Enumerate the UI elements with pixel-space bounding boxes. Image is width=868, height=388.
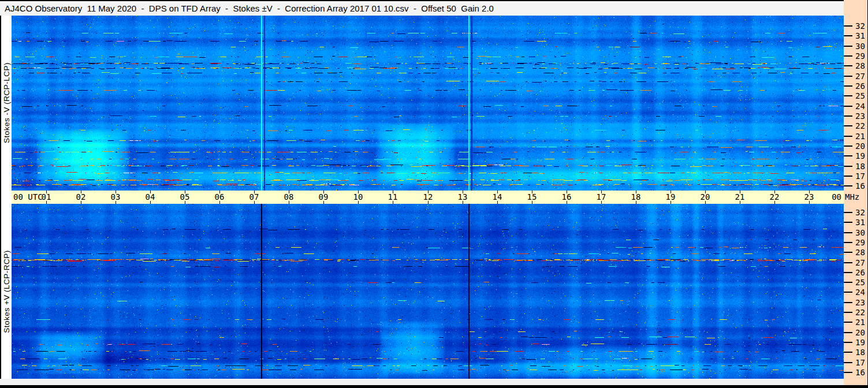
freq-label: 25 xyxy=(855,92,865,100)
freq-label: 21 xyxy=(855,318,865,327)
freq-tick xyxy=(844,25,852,27)
freq-label: 31 xyxy=(855,32,865,40)
hour-label: 23 xyxy=(804,191,814,204)
frequency-unit-label: MHz xyxy=(845,193,859,202)
freq-tick xyxy=(844,115,852,117)
hour-label: 12 xyxy=(423,191,433,204)
hour-label: 18 xyxy=(631,191,641,204)
freq-label: 24 xyxy=(855,288,865,297)
hour-label: 09 xyxy=(319,191,329,204)
bottom-panel-ylabel: Stokes +V (LCP-RCP) xyxy=(2,250,11,333)
freq-label: 23 xyxy=(855,299,865,307)
freq-tick xyxy=(844,342,852,343)
freq-label: 16 xyxy=(855,368,865,377)
freq-tick xyxy=(844,176,852,177)
hour-label: 14 xyxy=(493,191,502,204)
freq-tick xyxy=(844,352,852,353)
freq-tick xyxy=(844,35,852,36)
hour-label: 05 xyxy=(180,191,190,204)
freq-label: 28 xyxy=(855,248,865,257)
hour-label: 03 xyxy=(111,191,121,204)
freq-tick xyxy=(844,262,852,263)
hour-label: 01 xyxy=(42,191,51,204)
freq-tick xyxy=(844,85,852,87)
hour-label: 15 xyxy=(527,191,537,204)
hour-label: 17 xyxy=(597,191,606,204)
freq-label: 16 xyxy=(855,182,865,191)
spectrogram-top-stokes-minus-v xyxy=(12,16,844,191)
freq-label: 27 xyxy=(855,72,865,81)
freq-label: 21 xyxy=(855,132,865,141)
freq-label: 20 xyxy=(855,142,865,151)
freq-label: 26 xyxy=(855,268,865,277)
time-axis: 00 UTC 00 010203040506070809101112131415… xyxy=(12,191,844,204)
freq-tick xyxy=(844,55,852,57)
time-label-start: 00 UTC xyxy=(13,191,43,204)
freq-label: 32 xyxy=(855,22,865,31)
freq-label: 17 xyxy=(855,172,865,181)
freq-tick xyxy=(844,242,852,243)
freq-label: 30 xyxy=(855,42,865,51)
freq-tick xyxy=(844,185,852,186)
freq-label: 19 xyxy=(855,152,865,161)
hour-label: 19 xyxy=(666,191,676,204)
frequency-axis-margin: MHz 323130292827262524232221201918171632… xyxy=(844,0,867,385)
freq-tick xyxy=(844,76,852,77)
freq-tick xyxy=(844,372,852,373)
freq-label: 19 xyxy=(855,338,865,347)
freq-label: 22 xyxy=(855,308,865,317)
freq-label: 18 xyxy=(855,348,865,357)
freq-tick xyxy=(844,222,852,223)
freq-tick xyxy=(844,155,852,156)
hour-label: 08 xyxy=(284,191,294,204)
freq-label: 24 xyxy=(855,102,865,111)
freq-tick xyxy=(844,65,852,66)
freq-tick xyxy=(844,166,852,167)
spectrogram-bottom-stokes-plus-v xyxy=(12,204,844,379)
freq-label: 29 xyxy=(855,52,865,61)
title-bar: AJ4CO Observatory 11 May 2020 - DPS on T… xyxy=(0,0,844,16)
freq-label: 32 xyxy=(855,208,865,217)
freq-label: 29 xyxy=(855,238,865,247)
hour-label: 13 xyxy=(458,191,468,204)
freq-tick xyxy=(844,252,852,253)
freq-label: 31 xyxy=(855,218,865,227)
freq-label: 18 xyxy=(855,162,865,171)
freq-label: 17 xyxy=(855,359,865,367)
freq-tick xyxy=(844,312,852,313)
freq-tick xyxy=(844,322,852,323)
freq-label: 25 xyxy=(855,278,865,287)
freq-tick xyxy=(844,302,852,303)
freq-tick xyxy=(844,146,852,147)
freq-tick xyxy=(844,106,852,107)
hour-label: 02 xyxy=(76,191,86,204)
freq-tick xyxy=(844,332,852,333)
freq-tick xyxy=(844,272,852,273)
hour-label: 21 xyxy=(735,191,745,204)
freq-label: 23 xyxy=(855,112,865,121)
freq-tick xyxy=(844,212,852,213)
app-window: AJ4CO Observatory 11 May 2020 - DPS on T… xyxy=(0,0,868,388)
freq-label: 20 xyxy=(855,329,865,337)
hour-label: 10 xyxy=(353,191,363,204)
freq-tick xyxy=(844,232,852,233)
freq-label: 27 xyxy=(855,259,865,267)
hour-label: 07 xyxy=(249,191,259,204)
bottom-margin xyxy=(0,379,844,385)
freq-label: 22 xyxy=(855,122,865,130)
hour-label: 11 xyxy=(388,191,398,204)
hour-label: 20 xyxy=(701,191,710,204)
freq-tick xyxy=(844,282,852,283)
freq-label: 28 xyxy=(855,62,865,70)
hour-label: 22 xyxy=(770,191,780,204)
window-title: AJ4CO Observatory 11 May 2020 - DPS on T… xyxy=(5,1,494,16)
freq-tick xyxy=(844,292,852,293)
freq-label: 26 xyxy=(855,82,865,91)
time-label-end: 00 xyxy=(832,191,841,204)
freq-tick xyxy=(844,362,852,363)
freq-tick xyxy=(844,125,852,126)
hour-label: 16 xyxy=(562,191,572,204)
hour-label: 04 xyxy=(146,191,155,204)
hour-label: 06 xyxy=(215,191,225,204)
freq-tick xyxy=(844,136,852,137)
